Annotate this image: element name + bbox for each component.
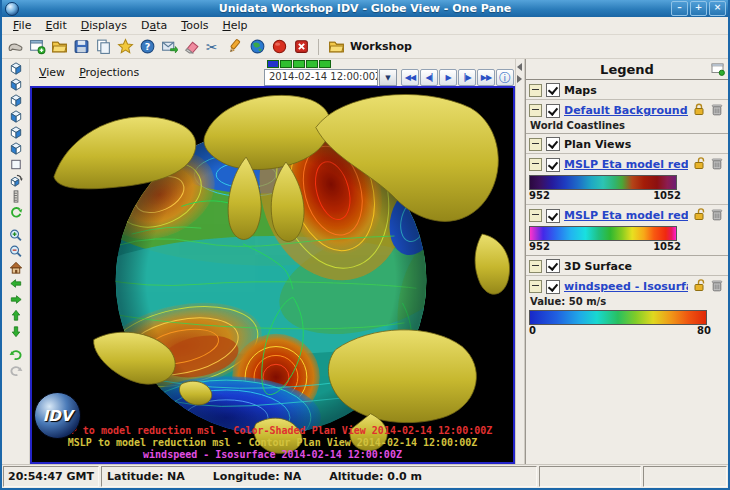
time-step-indicator[interactable] [267,60,514,68]
time-select[interactable]: 2014-02-14 12:00:00Z [264,69,378,86]
mslp-color-shaded-link[interactable]: MSLP Eta model reductio... [564,158,688,171]
title-bar[interactable]: Unidata Workshop IDV - Globe View - One … [2,0,728,17]
edit-icon[interactable] [225,37,245,57]
menu-view[interactable]: View [39,66,65,79]
unlock-icon[interactable] [692,207,706,224]
new-display-icon[interactable] [27,37,47,57]
redo-icon[interactable] [5,362,27,378]
pan-up-icon[interactable] [5,307,27,323]
globe-display[interactable]: MSLP_to_model_reduction_msl - Color-Shad… [30,86,515,464]
animation-widget: 2014-02-14 12:00:00Z ▼ ◀◀ ◀| ▶ |▶ ▶▶ ⓘ [264,59,514,86]
legend-splitter[interactable] [515,59,525,464]
menu-help[interactable]: Help [215,18,254,33]
collapse-icon[interactable] [529,84,542,97]
collapse-icon[interactable] [529,260,542,273]
last-frame-button[interactable]: ▶▶ [477,69,495,86]
view-panel: View Projections 2014-02-14 12:00:00Z ▼ [30,59,515,464]
trash-icon[interactable] [710,207,724,224]
lock-icon[interactable] [692,102,706,119]
help-icon[interactable] [137,37,157,57]
float-legend-icon[interactable] [711,62,725,79]
perspective-box-icon[interactable] [5,156,27,172]
zoom-out-icon[interactable] [5,243,27,259]
item-visibility-checkbox[interactable] [546,158,560,172]
menu-edit[interactable]: Edit [38,18,73,33]
front-view-icon[interactable] [5,124,27,140]
item-visibility-checkbox[interactable] [546,280,560,294]
time-dropdown-icon[interactable]: ▼ [379,69,397,86]
rotate-view-icon[interactable] [5,172,27,188]
legend-item-background-maps: Default Background Maps World Coastlines [526,99,728,133]
stop-loads-icon[interactable] [269,37,289,57]
step-back-button[interactable]: ◀| [420,69,438,86]
save-icon[interactable] [71,37,91,57]
pan-left-icon[interactable] [5,275,27,291]
collapse-icon[interactable] [529,104,542,117]
trash-icon[interactable] [710,156,724,173]
workshop-label[interactable]: Workshop [350,40,412,53]
maximize-button[interactable]: + [690,1,707,16]
first-frame-button[interactable]: ◀◀ [401,69,419,86]
windspeed-isosurface-link[interactable]: windspeed - Isosurface [564,280,688,293]
unlock-icon[interactable] [692,156,706,173]
close-button[interactable]: × [709,1,726,16]
collapse-icon[interactable] [529,138,542,151]
mslp-colorbar[interactable] [529,175,677,190]
support-request-icon[interactable] [159,37,179,57]
globe-icon[interactable] [247,37,267,57]
menu-tools[interactable]: Tools [174,18,215,33]
animation-properties-button[interactable]: ⓘ [496,69,514,86]
remove-displays-icon[interactable] [291,37,311,57]
time-step[interactable] [306,60,318,68]
erase-icon[interactable] [181,37,201,57]
undo-icon[interactable] [5,346,27,362]
time-step[interactable] [319,60,331,68]
splitter-expand-icon[interactable] [517,75,522,83]
menu-data[interactable]: Data [134,18,174,33]
menu-projections[interactable]: Projections [79,66,139,79]
workshop-folder-icon[interactable] [326,37,346,57]
open-file-icon[interactable] [49,37,69,57]
play-button[interactable]: ▶ [439,69,457,86]
menu-file[interactable]: File [6,18,38,33]
auto-rotate-icon[interactable] [5,204,27,220]
right-view-icon[interactable] [5,108,27,124]
display-label-contour: MSLP_to_model_reduction_msl - Contour Pl… [32,437,513,448]
left-view-icon[interactable] [5,92,27,108]
vertical-scale-icon[interactable] [5,188,27,204]
collapse-icon[interactable] [529,280,542,293]
time-step[interactable] [280,60,292,68]
item-visibility-checkbox[interactable] [546,209,560,223]
mslp-contour-colorbar[interactable] [529,226,677,241]
collapse-icon[interactable] [529,158,542,171]
cut-icon[interactable] [203,37,223,57]
background-maps-link[interactable]: Default Background Maps [564,104,688,117]
menu-displays[interactable]: Displays [74,18,134,33]
item-visibility-checkbox[interactable] [546,104,560,118]
colorbar-min: 952 [529,241,550,252]
step-forward-button[interactable]: |▶ [458,69,476,86]
pan-right-icon[interactable] [5,291,27,307]
zoom-in-icon[interactable] [5,227,27,243]
mslp-contour-link[interactable]: MSLP Eta model reductio... [564,209,688,222]
back-view-icon[interactable] [5,140,27,156]
trash-icon[interactable] [710,102,724,119]
unlock-icon[interactable] [692,278,706,295]
splitter-collapse-icon[interactable] [517,63,522,71]
time-step[interactable] [293,60,305,68]
minimize-button[interactable]: – [671,1,688,16]
show-dashboard-icon[interactable] [5,37,25,57]
home-view-icon[interactable] [5,259,27,275]
bottom-view-icon[interactable] [5,76,27,92]
top-view-icon[interactable] [5,60,27,76]
time-step[interactable] [267,60,279,68]
windspeed-colorbar[interactable] [529,310,707,325]
pan-down-icon[interactable] [5,323,27,339]
maps-visibility-checkbox[interactable] [546,83,560,97]
surface-visibility-checkbox[interactable] [546,259,560,273]
favorites-icon[interactable] [115,37,135,57]
plan-views-visibility-checkbox[interactable] [546,137,560,151]
trash-icon[interactable] [710,278,724,295]
copy-icon[interactable] [93,37,113,57]
collapse-icon[interactable] [529,209,542,222]
